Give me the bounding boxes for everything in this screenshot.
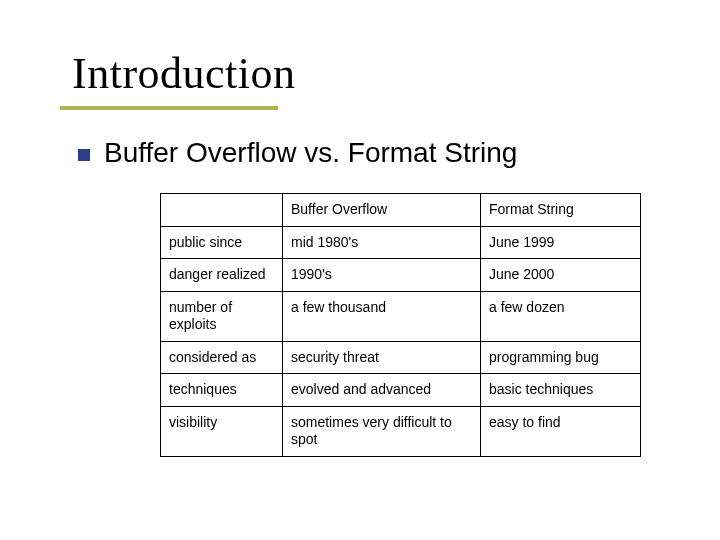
cell: easy to find [481,406,641,456]
cell: 1990's [283,259,481,292]
table-row: number of exploits a few thousand a few … [161,291,641,341]
cell: mid 1980's [283,226,481,259]
cell: basic techniques [481,374,641,407]
table-header-blank [161,194,283,227]
cell: sometimes very difficult to spot [283,406,481,456]
table-header-format-string: Format String [481,194,641,227]
subheading: Buffer Overflow vs. Format String [104,137,517,169]
table-header-row: Buffer Overflow Format String [161,194,641,227]
cell: security threat [283,341,481,374]
cell: June 1999 [481,226,641,259]
row-label: techniques [161,374,283,407]
bullet-row: Buffer Overflow vs. Format String [78,137,664,169]
table-row: danger realized 1990's June 2000 [161,259,641,292]
square-bullet-icon [78,149,90,161]
row-label: number of exploits [161,291,283,341]
title-underline [60,106,278,110]
cell: June 2000 [481,259,641,292]
row-label: considered as [161,341,283,374]
table-row: considered as security threat programmin… [161,341,641,374]
cell: evolved and advanced [283,374,481,407]
table-row: visibility sometimes very difficult to s… [161,406,641,456]
cell: a few thousand [283,291,481,341]
slide: Introduction Buffer Overflow vs. Format … [0,0,720,540]
row-label: visibility [161,406,283,456]
cell: a few dozen [481,291,641,341]
row-label: danger realized [161,259,283,292]
table-row: techniques evolved and advanced basic te… [161,374,641,407]
comparison-table: Buffer Overflow Format String public sin… [160,193,641,457]
table-header-buffer-overflow: Buffer Overflow [283,194,481,227]
page-title: Introduction [72,48,664,99]
row-label: public since [161,226,283,259]
title-block: Introduction [72,48,664,99]
cell: programming bug [481,341,641,374]
table-row: public since mid 1980's June 1999 [161,226,641,259]
